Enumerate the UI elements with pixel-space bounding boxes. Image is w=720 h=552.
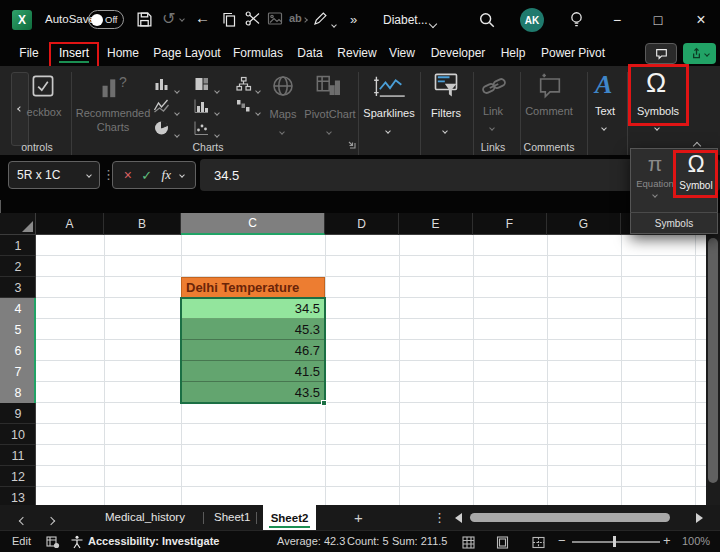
vertical-scrollbar-thumb[interactable]	[708, 238, 718, 483]
sheet-tab-sheet2[interactable]: Sheet2	[263, 505, 316, 530]
enter-button[interactable]: ✓	[141, 168, 152, 183]
tell-me-button[interactable]	[568, 10, 585, 29]
text-dropdown[interactable]	[602, 119, 606, 133]
histogram-dropdown[interactable]	[215, 104, 219, 118]
accessibility-button[interactable]	[70, 535, 84, 549]
grid-canvas[interactable]	[36, 235, 706, 505]
page-layout-view-button[interactable]	[496, 536, 509, 549]
column-header-C[interactable]: C	[181, 213, 325, 235]
insert-pie-chart-button[interactable]	[153, 120, 170, 136]
row-header-12[interactable]: 12	[0, 466, 36, 487]
column-header-E[interactable]: E	[399, 213, 473, 235]
sheet-next-button[interactable]	[48, 513, 54, 527]
column-chart-dropdown[interactable]	[175, 82, 179, 96]
cell-value[interactable]: 43.5	[181, 382, 325, 403]
sparklines-button[interactable]	[373, 74, 407, 100]
vertical-scrollbar[interactable]	[706, 213, 720, 505]
cell-value[interactable]: 46.7	[181, 340, 325, 361]
insert-treemap-button[interactable]	[193, 76, 210, 92]
save-button[interactable]	[136, 11, 153, 28]
tab-insert-highlight[interactable]: Insert	[49, 42, 99, 68]
zoom-slider-thumb[interactable]	[613, 536, 616, 547]
tab-review[interactable]: Review	[337, 46, 376, 60]
row-header-9[interactable]: 9	[0, 403, 36, 424]
share-button[interactable]	[683, 43, 716, 64]
filters-dropdown[interactable]	[443, 122, 447, 136]
maps-dropdown[interactable]	[280, 123, 284, 137]
row-header-10[interactable]: 10	[0, 424, 36, 445]
filters-button[interactable]	[432, 72, 460, 100]
text-button[interactable]: A	[595, 70, 612, 100]
tab-formulas[interactable]: Formulas	[233, 46, 283, 60]
insert-line-chart-button[interactable]	[153, 98, 170, 114]
translate-button[interactable]: ab	[289, 12, 307, 24]
close-button[interactable]: ×	[686, 8, 716, 32]
column-header-A[interactable]: A	[36, 213, 104, 235]
sheet-prev-button[interactable]	[20, 513, 26, 527]
row-header-11[interactable]: 11	[0, 445, 36, 466]
picture-button[interactable]	[267, 11, 283, 26]
hscroll-left-arrow[interactable]	[455, 513, 462, 523]
maps-button[interactable]	[271, 74, 295, 98]
insert-function-button[interactable]: fx	[162, 167, 171, 183]
row-header-3[interactable]: 3	[0, 277, 36, 298]
tab-file[interactable]: File	[19, 46, 38, 60]
document-dropdown[interactable]	[430, 16, 436, 30]
cell-value[interactable]: 45.3	[181, 319, 325, 340]
comments-button[interactable]	[645, 43, 677, 64]
avatar[interactable]: AK	[520, 8, 544, 32]
row-header-6[interactable]: 6	[0, 340, 36, 361]
undo-button[interactable]: ↺	[162, 9, 184, 28]
page-break-view-button[interactable]	[532, 536, 545, 549]
insert-scatter-chart-button[interactable]	[193, 120, 210, 136]
insert-hierarchy-chart-button[interactable]	[235, 76, 252, 92]
cut-button[interactable]	[245, 10, 261, 27]
hscroll-right-arrow[interactable]	[696, 513, 703, 523]
fill-handle[interactable]	[321, 400, 327, 406]
charts-dialog-launcher[interactable]	[346, 139, 356, 149]
ink-button[interactable]	[312, 10, 328, 27]
ink-dropdown[interactable]	[332, 16, 336, 30]
tab-power-pivot[interactable]: Power Pivot	[541, 46, 605, 60]
column-header-B[interactable]: B	[104, 213, 181, 235]
normal-view-button[interactable]	[462, 536, 475, 549]
symbols-button[interactable]: Ω	[646, 68, 666, 99]
overflow-button[interactable]: »	[350, 12, 357, 27]
add-sheet-button[interactable]: +	[354, 509, 363, 526]
column-header-F[interactable]: F	[473, 213, 547, 235]
symbols-dropdown[interactable]	[655, 119, 659, 133]
row-header-4[interactable]: 4	[0, 298, 36, 319]
waterfall-dropdown[interactable]	[256, 104, 260, 118]
column-header-G[interactable]: G	[547, 213, 621, 235]
select-all-corner[interactable]	[0, 213, 36, 235]
cell-value[interactable]: 41.5	[181, 361, 325, 382]
row-header-5[interactable]: 5	[0, 319, 36, 340]
comment-button[interactable]	[536, 73, 564, 99]
tab-help[interactable]: Help	[501, 46, 526, 60]
name-box[interactable]: 5R x 1C	[8, 161, 100, 189]
tab-home[interactable]: Home	[107, 46, 139, 60]
tab-data[interactable]: Data	[297, 46, 322, 60]
zoom-in-button[interactable]: +	[663, 533, 671, 548]
zoom-slider[interactable]	[572, 541, 660, 543]
line-chart-dropdown[interactable]	[175, 104, 179, 118]
hierarchy-dropdown[interactable]	[256, 82, 260, 96]
minimize-button[interactable]: −	[602, 8, 632, 32]
macro-record-button[interactable]	[46, 536, 60, 549]
tab-view[interactable]: View	[389, 46, 415, 60]
tab-page-layout[interactable]: Page Layout	[153, 46, 220, 60]
insert-waterfall-chart-button[interactable]	[235, 98, 252, 114]
sheet-options-button[interactable]: ⋮	[433, 510, 446, 525]
copy-button[interactable]	[221, 11, 237, 28]
recommended-charts-button[interactable]: ?	[100, 74, 128, 100]
accessibility-status[interactable]: Accessibility: Investigate	[88, 535, 219, 547]
symbol-menu-item[interactable]: Ω Symbol	[676, 151, 716, 191]
horizontal-scrollbar-thumb[interactable]	[470, 513, 670, 522]
cell-value[interactable]: 34.5	[181, 298, 325, 319]
row-header-1[interactable]: 1	[0, 235, 36, 256]
name-box-dropdown[interactable]	[86, 172, 92, 178]
sparklines-dropdown[interactable]	[386, 122, 390, 136]
column-header-D[interactable]: D	[325, 213, 399, 235]
row-header-2[interactable]: 2	[0, 256, 36, 277]
insert-column-chart-button[interactable]	[153, 76, 170, 92]
